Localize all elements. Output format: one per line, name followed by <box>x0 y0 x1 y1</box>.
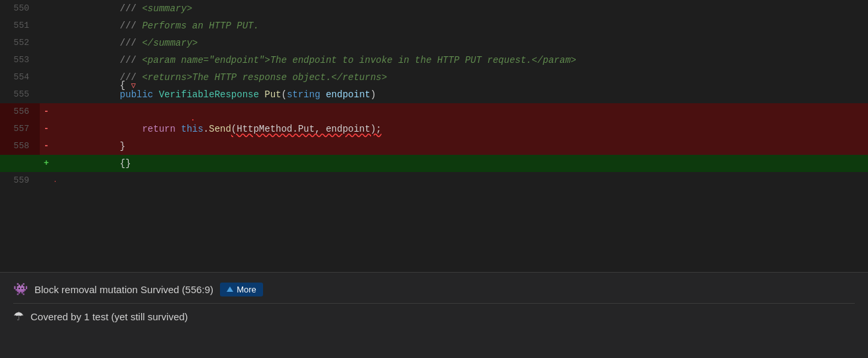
code-lines: 550 /// <summary> 551 /// Performs an HT… <box>0 0 868 189</box>
line-number-550: 550 <box>0 0 40 17</box>
editor-container: 550 /// <summary> 551 /// Performs an HT… <box>0 0 868 358</box>
more-button[interactable]: More <box>220 283 263 296</box>
line-content-557: return this.Send(HttpMethod.Put, endpoin… <box>53 120 855 138</box>
covered-notification-row: ☂ Covered by 1 test (yet still survived) <box>13 309 855 324</box>
code-line-557: 557 - return this.Send(HttpMethod.Put, e… <box>0 120 868 138</box>
code-line-552: 552 /// </summary> <box>0 34 868 52</box>
code-line-550: 550 /// <summary> <box>0 0 868 17</box>
code-line-559: 559 · <box>0 172 868 189</box>
line-content-552: /// </summary> <box>53 34 855 52</box>
code-line-added: + {} <box>0 155 868 172</box>
more-triangle-icon <box>227 287 233 292</box>
gutter-558: - <box>40 138 53 155</box>
line-content-added: {} <box>53 155 855 172</box>
notification-area: 👾 Block removal mutation Survived (556:9… <box>0 272 868 358</box>
line-number-559: 559 <box>0 172 40 189</box>
gutter-557: - <box>40 120 53 138</box>
gutter-556: - <box>40 103 53 120</box>
code-line-553: 553 /// <param name="endpoint">The endpo… <box>0 52 868 69</box>
line-content-559: · <box>53 172 855 190</box>
line-content-550: /// <summary> <box>53 0 855 17</box>
code-area: 550 /// <summary> 551 /// Performs an HT… <box>0 0 868 272</box>
line-number-554: 554 <box>0 69 40 86</box>
code-line-556: 556 - { ▽ ∧ <box>0 103 868 120</box>
code-line-551: 551 /// Performs an HTTP PUT. <box>0 17 868 34</box>
mutation-icon: 👾 <box>13 282 28 296</box>
line-content-558: } <box>53 138 855 155</box>
mutation-notification-row: 👾 Block removal mutation Survived (556:9… <box>13 282 855 296</box>
line-number-552: 552 <box>0 34 40 52</box>
covered-text: Covered by 1 test (yet still survived) <box>30 311 188 322</box>
line-number-553: 553 <box>0 52 40 69</box>
mutation-text: Block removal mutation Survived (556:9) <box>34 284 213 295</box>
line-number-551: 551 <box>0 17 40 34</box>
line-number-555: 555 <box>0 86 40 103</box>
covered-icon: ☂ <box>13 309 24 324</box>
line-number-556: 556 <box>0 103 40 120</box>
gutter-added: + <box>40 155 53 172</box>
line-content-551: /// Performs an HTTP PUT. <box>53 17 855 34</box>
line-number-558: 558 <box>0 138 40 155</box>
divider <box>13 303 855 304</box>
code-line-558: 558 - } <box>0 138 868 155</box>
more-label: More <box>237 285 256 294</box>
line-number-557: 557 <box>0 120 40 138</box>
line-content-553: /// <param name="endpoint">The endpoint … <box>53 52 855 69</box>
